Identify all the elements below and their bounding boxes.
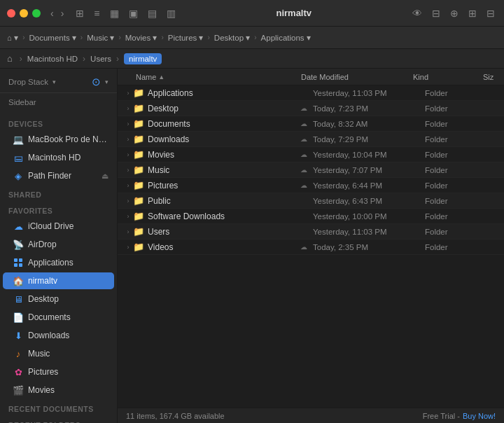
expand-arrow[interactable]: › <box>123 196 133 206</box>
expand-arrow[interactable]: › <box>123 88 133 98</box>
sidebar-item-macbook[interactable]: 💻 MacBook Pro de Nirmal <box>3 131 114 148</box>
nav-arrows: ‹ › <box>48 6 66 20</box>
file-kind: Folder <box>425 166 495 174</box>
sort-arrow: ▲ <box>158 74 164 81</box>
view3-icon[interactable]: ▥ <box>164 6 178 21</box>
expand-arrow[interactable]: › <box>123 242 133 252</box>
column-view-icon[interactable]: ▦ <box>108 6 121 21</box>
titlebar: ‹ › ⊞ ≡ ▦ ▣ ▤ ▥ nirmaltv 👁 ⊟ ⊕ ⊞ ⊟ <box>0 0 504 27</box>
list-view-icon[interactable]: ≡ <box>92 6 102 21</box>
pathbar-home[interactable]: ⌂ ▾ <box>7 33 18 43</box>
column-headers: Name ▲ Date Modified Kind Siz <box>118 69 504 85</box>
grid-view-icon[interactable]: ⊞ <box>74 6 86 21</box>
sidebar-item-airdrop[interactable]: 📡 AirDrop <box>3 236 114 253</box>
folder-icon: 📁 <box>133 242 144 253</box>
pathbar-applications[interactable]: Applications ▾ <box>261 33 311 43</box>
forward-button[interactable]: › <box>58 6 67 20</box>
buy-now-link[interactable]: Buy Now! <box>463 412 496 420</box>
table-row[interactable]: › 📁 Videos ☁ Today, 2:35 PM Folder <box>118 240 504 255</box>
sync-icon[interactable]: ⊞ <box>466 6 479 21</box>
expand-arrow[interactable]: › <box>123 165 133 175</box>
file-name: Movies <box>148 150 300 160</box>
close-button[interactable] <box>7 9 15 18</box>
pathbar-music[interactable]: Music ▾ <box>87 33 114 43</box>
sidebar-item-nirmaltv[interactable]: 🏠 nirmaltv <box>3 272 114 289</box>
share-icon[interactable]: ⊕ <box>448 6 461 21</box>
macintosh-hd-icon: 🖴 <box>13 152 24 163</box>
toolbar-right: 👁 ⊟ ⊕ ⊞ ⊟ <box>410 6 497 21</box>
cover-flow-icon[interactable]: ▣ <box>127 6 140 21</box>
pathbar-documents[interactable]: Documents ▾ <box>29 33 76 43</box>
table-row[interactable]: › 📁 Music ☁ Yesterday, 7:07 PM Folder <box>118 162 504 178</box>
pathbar: ⌂ ▾ › Documents ▾ › Music ▾ › Movies ▾ ›… <box>0 27 504 49</box>
sidebar-item-pictures[interactable]: ✿ Pictures <box>3 363 114 380</box>
icloud-status-icon: ☁ <box>300 151 310 158</box>
table-row[interactable]: › 📁 Pictures ☁ Yesterday, 6:44 PM Folder <box>118 178 504 193</box>
drop-stack[interactable]: Drop Stack ▾ ⊙ ▾ <box>0 71 117 93</box>
sidebar-item-path-finder[interactable]: ◈ Path Finder ⏏ <box>3 167 114 184</box>
sidebar-item-downloads[interactable]: ⬇ Downloads <box>3 327 114 344</box>
back-button[interactable]: ‹ <box>48 6 57 20</box>
sidebar-item-macintosh-hd[interactable]: 🖴 Macintosh HD <box>3 149 114 166</box>
drop-stack-chevron[interactable]: ▾ <box>105 78 108 85</box>
traffic-lights <box>7 9 41 18</box>
expand-arrow[interactable]: › <box>123 150 133 160</box>
name-column-header[interactable]: Name ▲ <box>133 73 301 81</box>
pathbar-desktop[interactable]: Desktop ▾ <box>214 33 250 43</box>
table-row[interactable]: › 📁 Downloads ☁ Today, 7:29 PM Folder <box>118 132 504 147</box>
expand-arrow[interactable]: › <box>123 134 133 144</box>
sidebar-item-label: nirmaltv <box>28 276 57 286</box>
table-row[interactable]: › 📁 Applications Yesterday, 11:03 PM Fol… <box>118 85 504 101</box>
modified-column-header[interactable]: Date Modified <box>301 73 413 81</box>
arrange-icon[interactable]: ⊟ <box>430 6 442 21</box>
file-name: Software Downloads <box>148 212 300 221</box>
table-row[interactable]: › 📁 Public Yesterday, 6:43 PM Folder <box>118 193 504 209</box>
kind-column-header[interactable]: Kind <box>413 73 483 81</box>
drop-stack-icon[interactable]: ⊙ <box>92 76 101 88</box>
maximize-button[interactable] <box>32 9 41 18</box>
more-icon[interactable]: ⊟ <box>484 6 497 21</box>
window-title: nirmaltv <box>178 8 410 18</box>
sidebar-item-label: Path Finder <box>28 171 71 181</box>
view2-icon[interactable]: ▤ <box>146 6 159 21</box>
nirmaltv-icon: 🏠 <box>13 275 24 286</box>
sidebar-toggle[interactable]: Sidebar <box>0 96 117 109</box>
table-row[interactable]: › 📁 Users Yesterday, 11:03 PM Folder <box>118 224 504 240</box>
table-row[interactable]: › 📁 Movies ☁ Yesterday, 10:04 PM Folder <box>118 147 504 162</box>
file-modified: Today, 7:29 PM <box>313 135 425 144</box>
table-row[interactable]: › 📁 Software Downloads Yesterday, 10:00 … <box>118 209 504 224</box>
file-list: › 📁 Applications Yesterday, 11:03 PM Fol… <box>118 85 504 408</box>
sidebar-item-applications[interactable]: Applications <box>3 254 114 271</box>
pathbar-pictures[interactable]: Pictures ▾ <box>168 33 204 43</box>
expand-arrow[interactable]: › <box>123 227 133 237</box>
file-kind: Folder <box>425 212 495 221</box>
breadcrumb-current[interactable]: nirmaltv <box>124 53 162 64</box>
breadcrumb-macintosh-hd[interactable]: Macintosh HD <box>27 55 78 63</box>
expand-arrow[interactable]: › <box>123 104 133 113</box>
eject-icon[interactable]: ⏏ <box>102 172 108 181</box>
expand-arrow[interactable]: › <box>123 181 133 190</box>
minimize-button[interactable] <box>20 9 28 18</box>
breadcrumb-home[interactable]: ⌂ <box>7 53 13 64</box>
file-kind: Folder <box>425 243 495 251</box>
trial-text: Free Trial - <box>423 412 460 420</box>
pathbar-movies[interactable]: Movies ▾ <box>125 33 158 43</box>
sidebar-item-icloud[interactable]: ☁ iCloud Drive <box>3 218 114 235</box>
expand-arrow[interactable]: › <box>123 212 133 221</box>
size-column-header[interactable]: Siz <box>483 73 493 81</box>
preview-icon[interactable]: 👁 <box>410 6 424 21</box>
file-modified: Yesterday, 6:43 PM <box>313 197 425 205</box>
sidebar-item-desktop[interactable]: 🖥 Desktop <box>3 291 114 307</box>
sidebar-item-movies[interactable]: 🎬 Movies <box>3 382 114 398</box>
table-row[interactable]: › 📁 Desktop ☁ Today, 7:23 PM Folder <box>118 101 504 116</box>
sidebar-item-music[interactable]: ♪ Music <box>3 345 114 362</box>
file-kind: Folder <box>425 120 495 128</box>
table-row[interactable]: › 📁 Documents ☁ Today, 8:32 AM Folder <box>118 116 504 132</box>
breadcrumb-users[interactable]: Users <box>90 55 111 63</box>
expand-arrow[interactable]: › <box>123 119 133 129</box>
file-name: Applications <box>148 88 300 98</box>
folder-icon: 📁 <box>133 165 144 176</box>
sidebar-item-documents[interactable]: 📄 Documents <box>3 309 114 326</box>
sidebar-item-label: Music <box>28 349 50 359</box>
content-area: Name ▲ Date Modified Kind Siz › 📁 Applic… <box>118 69 504 423</box>
